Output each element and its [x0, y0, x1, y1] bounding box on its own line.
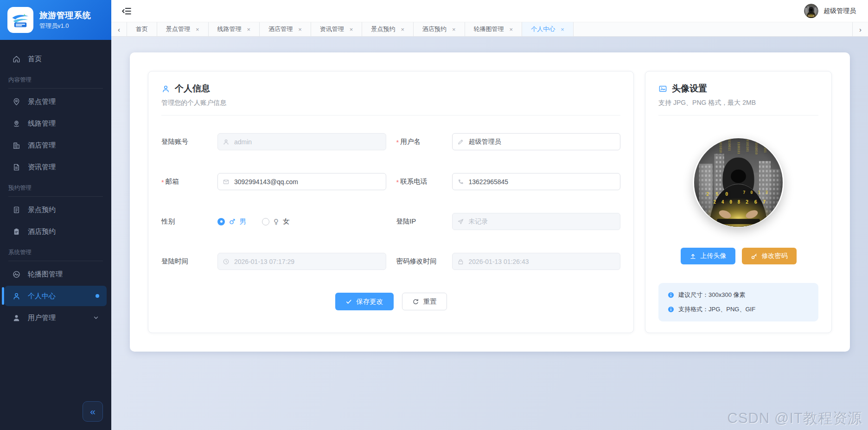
logo-graphic — [10, 10, 31, 30]
app-window: 旅游管理系统 管理员v1.0 首页 内容管理 景点管理 — [0, 0, 868, 430]
building-icon — [12, 141, 21, 150]
tab-hotel-mgmt[interactable]: 酒店管理× — [260, 22, 311, 36]
sidebar-section-system: 系统管理 — [8, 249, 103, 261]
username-label: * 用户名 — [386, 137, 452, 146]
tabs-scroll-right[interactable]: › — [852, 22, 868, 36]
tab-route-mgmt[interactable]: 线路管理× — [209, 22, 260, 36]
account-label: 登陆账号 — [161, 137, 217, 146]
close-icon[interactable]: × — [247, 26, 251, 32]
sidebar-item-label: 景点预约 — [28, 205, 56, 214]
gender-male-radio[interactable]: ♂ 男 — [217, 217, 246, 226]
profile-form: 登陆账号 * 用户名 — [161, 133, 620, 310]
sidebar-item-route-mgmt[interactable]: 线路管理 — [5, 113, 107, 134]
sidebar-item-hotel-booking[interactable]: 酒店预约 — [5, 221, 107, 242]
content-area: 个人信息 管理您的个人账户信息 登陆账号 — [111, 37, 868, 430]
sidebar-item-scenic-mgmt[interactable]: 景点管理 — [5, 91, 107, 112]
user-icon — [12, 292, 21, 301]
close-icon[interactable]: × — [350, 26, 353, 32]
upload-icon — [689, 253, 696, 260]
username-field-wrap — [452, 133, 621, 150]
divider — [658, 115, 818, 116]
sidebar-item-carousel-mgmt[interactable]: 轮播图管理 — [5, 264, 107, 284]
sidebar-item-user-mgmt[interactable]: 用户管理 — [5, 308, 107, 328]
sidebar-item-profile[interactable]: 个人中心 — [5, 286, 107, 306]
change-password-button[interactable]: 修改密码 — [742, 248, 797, 264]
pwd-time-label: 密码修改时间 — [386, 257, 452, 266]
phone-input[interactable] — [452, 173, 621, 190]
tab-carousel-mgmt[interactable]: 轮播图管理× — [465, 22, 523, 36]
email-field-wrap — [217, 173, 386, 190]
app-subtitle: 管理员v1.0 — [39, 22, 91, 30]
login-ip-field-wrap — [452, 213, 621, 230]
account-input — [217, 133, 386, 150]
tabbar: ‹ 首页 景点管理× 线路管理× 酒店管理× 资讯管理× 景点预约× 酒店预约×… — [111, 22, 868, 37]
sidebar-item-label: 酒店预约 — [28, 227, 56, 236]
app-title: 旅游管理系统 — [39, 10, 91, 21]
reset-button[interactable]: 重置 — [402, 293, 447, 310]
login-time-input — [217, 253, 386, 270]
fold-menu-button[interactable] — [121, 5, 134, 17]
radio-dot — [217, 218, 225, 225]
fold-icon — [121, 6, 132, 16]
radio-dot — [262, 218, 269, 225]
sidebar-item-scenic-booking[interactable]: 景点预约 — [5, 199, 107, 220]
sidebar-menu: 首页 内容管理 景点管理 线路管理 酒店管理 — [0, 40, 111, 430]
close-icon[interactable]: × — [196, 26, 199, 32]
avatar-card-title: 头像设置 — [672, 83, 707, 95]
collapse-sidebar-button[interactable]: « — [83, 401, 103, 422]
male-symbol: ♂ — [229, 218, 235, 226]
info-icon — [668, 306, 674, 313]
tip-size: 建议尺寸：300x300 像素 — [668, 291, 809, 299]
tab-news-mgmt[interactable]: 资讯管理× — [311, 22, 363, 36]
check-icon — [345, 298, 352, 305]
email-label: * 邮箱 — [161, 177, 217, 186]
pwd-time-input — [452, 253, 621, 270]
login-time-label: 登陆时间 — [161, 257, 217, 266]
sidebar-item-hotel-mgmt[interactable]: 酒店管理 — [5, 135, 107, 155]
app-brand: 旅游管理系统 管理员v1.0 — [0, 0, 111, 40]
profile-card-title: 个人信息 — [175, 83, 210, 95]
location-pin-icon — [12, 97, 21, 106]
home-icon — [12, 55, 21, 64]
user-avatar — [804, 4, 818, 18]
tab-hotel-booking[interactable]: 酒店预约× — [414, 22, 465, 36]
account-field-wrap — [217, 133, 386, 150]
sidebar-section-booking: 预约管理 — [8, 184, 103, 197]
sidebar-section-content: 内容管理 — [8, 76, 103, 89]
user-menu[interactable]: 超级管理员 — [804, 4, 856, 18]
required-mark: * — [396, 179, 399, 186]
close-icon[interactable]: × — [298, 26, 302, 32]
close-icon[interactable]: × — [452, 26, 456, 32]
save-button[interactable]: 保存更改 — [335, 293, 394, 310]
tab-scenic-booking[interactable]: 景点预约× — [362, 22, 414, 36]
upload-avatar-button[interactable]: 上传头像 — [681, 248, 735, 264]
sidebar-item-label: 首页 — [28, 55, 42, 64]
sidebar-item-news-mgmt[interactable]: 资讯管理 — [5, 157, 107, 177]
main-area: 超级管理员 ‹ 首页 景点管理× 线路管理× 酒店管理× 资讯管理× 景点预约×… — [111, 0, 868, 430]
sidebar-item-label: 景点管理 — [28, 97, 56, 106]
document-icon — [12, 163, 21, 172]
tab-home[interactable]: 首页 — [127, 22, 157, 36]
avatar-card-subtitle: 支持 JPG、PNG 格式，最大 2MB — [658, 99, 818, 107]
username-input[interactable] — [452, 133, 621, 150]
sidebar-item-label: 酒店管理 — [28, 141, 56, 150]
divider — [161, 115, 620, 116]
profile-card: 个人信息 管理您的个人账户信息 登陆账号 — [148, 71, 634, 333]
login-time-field-wrap — [217, 253, 386, 270]
gender-label: 性别 — [161, 217, 217, 226]
close-icon[interactable]: × — [510, 26, 513, 32]
close-icon[interactable]: × — [561, 26, 564, 32]
required-mark: * — [161, 179, 164, 186]
gender-female-radio[interactable]: ♀ 女 — [262, 217, 290, 226]
sidebar-item-home[interactable]: 首页 — [5, 49, 107, 69]
map-place-icon — [12, 119, 21, 128]
ticket-list-icon — [12, 205, 21, 214]
email-input[interactable] — [217, 173, 386, 190]
tab-scenic-mgmt[interactable]: 景点管理× — [157, 22, 209, 36]
tab-profile[interactable]: 个人中心× — [522, 22, 574, 36]
sidebar-item-label: 个人中心 — [28, 292, 56, 301]
phone-label: * 联系电话 — [386, 177, 452, 186]
tabs-scroll-left[interactable]: ‹ — [111, 22, 127, 36]
close-icon[interactable]: × — [401, 26, 404, 32]
avatar-card: 头像设置 支持 JPG、PNG 格式，最大 2MB 上传头像 — [645, 71, 832, 333]
